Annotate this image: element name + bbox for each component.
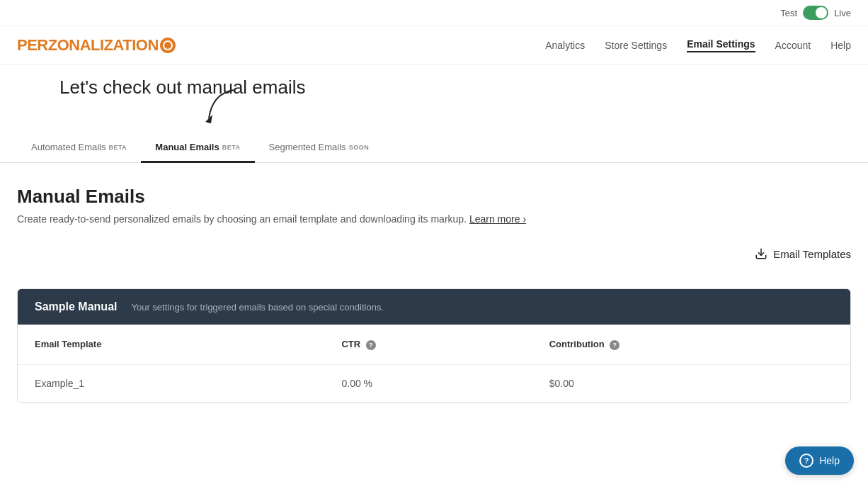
tab-automated-badge: BETA (109, 144, 127, 151)
card-body: Email Template CTR ? Contribution ? (18, 325, 850, 403)
sample-manual-card: Sample Manual Your settings for triggere… (17, 288, 851, 403)
cell-email-template: Example_1 (18, 364, 324, 402)
annotation-arrow (198, 86, 241, 129)
logo-text: PERZONALIZATION (17, 36, 159, 54)
cell-ctr: 0.00 % (324, 364, 532, 402)
card-title: Sample Manual (35, 300, 117, 313)
nav-store-settings[interactable]: Store Settings (605, 40, 667, 51)
page-title: Manual Emails (17, 186, 851, 208)
live-label: Live (834, 8, 851, 18)
email-templates-label: Email Templates (773, 248, 851, 260)
card-header: Sample Manual Your settings for triggere… (18, 289, 850, 325)
tab-manual-emails[interactable]: Manual Emails BETA (141, 133, 254, 163)
col-email-template: Email Template (18, 325, 324, 364)
header: PERZONALIZATION Analytics Store Settings… (0, 26, 868, 65)
top-bar: Test Live (0, 0, 868, 26)
test-live-toggle[interactable] (803, 6, 828, 20)
ctr-help-icon[interactable]: ? (366, 340, 376, 350)
email-templates-button[interactable]: Email Templates (755, 247, 851, 260)
logo: PERZONALIZATION (17, 36, 176, 55)
logo-icon (160, 38, 176, 53)
tab-manual-label: Manual Emails (155, 142, 219, 152)
tab-segmented-emails[interactable]: Segmented Emails SOON (255, 133, 384, 163)
tab-segmented-label: Segmented Emails (269, 142, 346, 152)
email-table: Email Template CTR ? Contribution ? (18, 325, 850, 403)
nav-account[interactable]: Account (775, 40, 811, 51)
contribution-help-icon[interactable]: ? (610, 340, 619, 350)
test-label: Test (780, 8, 797, 18)
tabs-bar: Automated Emails BETA Manual Emails BETA… (0, 133, 868, 163)
page-description: Create ready-to-send personalized emails… (17, 213, 851, 225)
tab-automated-emails[interactable]: Automated Emails BETA (17, 133, 141, 163)
col-ctr: CTR ? (324, 325, 532, 364)
nav-help[interactable]: Help (830, 40, 851, 51)
main-content: Manual Emails Create ready-to-send perso… (0, 163, 868, 426)
cell-contribution: $0.00 (532, 364, 850, 402)
tab-manual-badge: BETA (222, 144, 241, 151)
table-header-row: Email Template CTR ? Contribution ? (18, 325, 850, 364)
col-contribution: Contribution ? (532, 325, 850, 364)
nav-email-settings[interactable]: Email Settings (687, 38, 755, 52)
card-description: Your settings for triggered emails based… (131, 302, 384, 313)
annotation-text: Let's check out manual emails (59, 77, 851, 99)
tab-segmented-badge: SOON (349, 144, 370, 151)
nav-analytics[interactable]: Analytics (545, 40, 585, 51)
learn-more-link[interactable]: Learn more › (469, 213, 526, 225)
download-icon (755, 247, 767, 260)
table-row: Example_1 0.00 % $0.00 (18, 364, 850, 402)
page-description-text: Create ready-to-send personalized emails… (17, 213, 467, 225)
annotation-area: Let's check out manual emails (0, 65, 868, 122)
btn-row: Email Templates (17, 247, 851, 274)
tab-automated-label: Automated Emails (31, 142, 106, 152)
main-nav: Analytics Store Settings Email Settings … (545, 38, 851, 52)
